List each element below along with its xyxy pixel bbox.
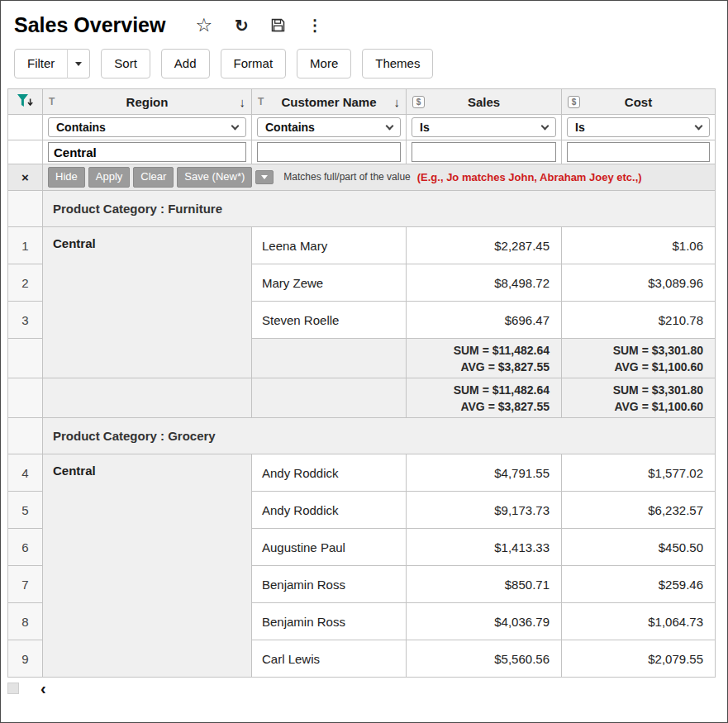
column-label: Customer Name: [274, 95, 384, 109]
region-condition-select[interactable]: Contains: [48, 117, 246, 137]
group-total-row: SUM = $11,482.64 AVG = $3,827.55 SUM = $…: [8, 378, 716, 418]
cost-condition-select[interactable]: Is: [567, 117, 710, 137]
customer-cell: Andy Roddick: [252, 454, 407, 492]
column-label: Region: [64, 95, 230, 109]
favorite-star-icon[interactable]: ☆: [195, 16, 212, 35]
column-header-cost[interactable]: $ Cost: [562, 89, 716, 115]
total-region-empty: [43, 378, 252, 418]
save-caret-button[interactable]: [255, 170, 274, 184]
format-button[interactable]: Format: [221, 49, 287, 78]
group-header-grocery: Product Category : Grocery: [43, 418, 716, 454]
filter-caret-button[interactable]: [67, 49, 90, 78]
column-header-row: T Region ↓ T Customer Name ↓ $ Sales: [8, 89, 716, 115]
column-header-sales[interactable]: $ Sales: [407, 89, 562, 115]
cost-cell: $6,232.57: [562, 492, 716, 529]
table-row: 4 Central Andy Roddick $4,791.55 $1,577.…: [8, 454, 716, 492]
customer-condition-select[interactable]: Contains: [257, 117, 401, 137]
sort-button[interactable]: Sort: [101, 49, 150, 78]
row-number-empty: [8, 418, 43, 454]
cost-filter-input[interactable]: [567, 142, 710, 162]
currency-type-icon: $: [568, 96, 580, 108]
row-number: 9: [8, 640, 43, 678]
save-new-button[interactable]: Save (New*): [177, 167, 252, 187]
refresh-icon[interactable]: ↻: [235, 17, 249, 34]
filter-value-row: [8, 140, 716, 164]
subtotal-cost-avg: AVG = $1,100.60: [573, 359, 703, 375]
scroll-left-icon[interactable]: ‹: [40, 683, 46, 694]
themes-button[interactable]: Themes: [362, 49, 433, 78]
column-header-customer-name[interactable]: T Customer Name ↓: [252, 89, 407, 115]
row-number: 7: [8, 566, 43, 603]
customer-filter-input[interactable]: [257, 142, 401, 162]
row-number-empty: [8, 378, 43, 418]
region-cell: Central: [43, 227, 252, 378]
chevron-down-icon: [231, 121, 240, 130]
sales-cell: $4,791.55: [407, 454, 562, 492]
cost-cell: $1.06: [562, 227, 716, 264]
region-filter-input[interactable]: [48, 142, 246, 162]
group-header-row: Product Category : Furniture: [8, 191, 716, 227]
cost-cell: $1,064.73: [562, 603, 716, 640]
column-label: Cost: [583, 95, 693, 109]
filter-hint-text: Matches full/part of the value: [283, 171, 410, 183]
customer-cell: Mary Zewe: [252, 264, 407, 302]
group-header-row: Product Category : Grocery: [8, 418, 716, 454]
text-type-icon: T: [258, 96, 270, 107]
hide-button[interactable]: Hide: [48, 167, 85, 187]
cost-cell: $259.46: [562, 566, 716, 603]
more-button[interactable]: More: [297, 49, 351, 78]
total-sales-sum: SUM = $11,482.64: [418, 382, 550, 398]
save-icon[interactable]: [271, 18, 285, 32]
chevron-down-icon: [386, 121, 394, 130]
customer-cell: Andy Roddick: [252, 492, 407, 529]
filter-action-bar: Hide Apply Clear Save (New*) Matches ful…: [43, 167, 715, 187]
customer-cell: Leena Mary: [252, 227, 407, 264]
apply-button[interactable]: Apply: [88, 167, 131, 187]
clear-button[interactable]: Clear: [133, 167, 174, 187]
filter-funnel-icon[interactable]: [8, 89, 43, 115]
report-window: Sales Overview ☆ ↻ ⋮ Filter Sort Add For…: [0, 0, 728, 723]
column-label: Sales: [428, 95, 540, 109]
chevron-down-icon: [261, 175, 268, 179]
filter-actions-row: × Hide Apply Clear Save (New*) Matches f…: [8, 164, 716, 191]
filter-hint-example: (E.g., Jo matches John, Abraham Joey etc…: [417, 171, 642, 183]
horizontal-scrollbar[interactable]: ‹: [7, 680, 721, 697]
selected-condition: Is: [420, 121, 430, 134]
chevron-down-icon: [695, 121, 703, 130]
close-filter-icon[interactable]: ×: [8, 164, 43, 191]
selected-condition: Contains: [265, 121, 315, 134]
cost-cell: $2,079.55: [562, 640, 716, 678]
sales-cell: $4,036.79: [407, 603, 562, 640]
sales-cell: $2,287.45: [407, 227, 562, 264]
selected-condition: Is: [575, 121, 585, 134]
sales-cell: $1,413.33: [407, 529, 562, 566]
row-number: 2: [8, 264, 43, 302]
toolbar: Filter Sort Add Format More Themes: [1, 42, 727, 88]
row-number: 3: [8, 302, 43, 339]
row-number: 4: [8, 454, 43, 492]
kebab-menu-icon[interactable]: ⋮: [307, 17, 323, 33]
sales-cell: $8,498.72: [407, 264, 562, 302]
column-header-region[interactable]: T Region ↓: [43, 89, 252, 115]
sort-desc-icon[interactable]: ↓: [388, 95, 400, 109]
filter-button[interactable]: Filter: [14, 49, 68, 78]
subtotal-sales-sum: SUM = $11,482.64: [418, 342, 550, 359]
sort-desc-icon[interactable]: ↓: [233, 95, 245, 109]
customer-cell: Benjamin Ross: [252, 603, 407, 640]
row-number-empty: [8, 339, 43, 378]
sales-cell: $696.47: [407, 302, 562, 339]
sales-condition-select[interactable]: Is: [412, 117, 556, 137]
chevron-down-icon: [75, 62, 82, 66]
customer-cell: Benjamin Ross: [252, 566, 407, 603]
total-cost-cell: SUM = $3,301.80 AVG = $1,100.60: [562, 378, 716, 418]
subtotal-customer-empty: [252, 339, 407, 378]
customer-cell: Steven Roelle: [252, 302, 407, 339]
empty-cell: [8, 115, 43, 140]
region-cell: Central: [43, 454, 252, 678]
cost-cell: $3,089.96: [562, 264, 716, 302]
add-button[interactable]: Add: [161, 49, 210, 78]
sales-filter-input[interactable]: [412, 142, 556, 162]
group-header-furniture: Product Category : Furniture: [43, 191, 716, 227]
row-number: 6: [8, 529, 43, 566]
total-customer-empty: [252, 378, 407, 418]
